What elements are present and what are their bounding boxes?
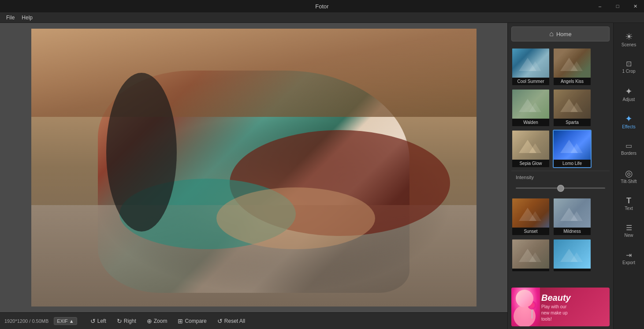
effect-angels-kiss-thumb bbox=[554, 49, 592, 78]
home-label: Home bbox=[556, 31, 572, 37]
new-label: New bbox=[624, 233, 633, 238]
minimize-button[interactable]: – bbox=[591, 0, 609, 12]
effects-row-1: Cool Summer Angels Kiss bbox=[511, 48, 610, 86]
canvas-container bbox=[0, 23, 507, 312]
rotate-left-label: Left bbox=[97, 318, 106, 324]
effect-cool-summer-thumb bbox=[512, 49, 550, 78]
effect-cool-summer[interactable]: Cool Summer bbox=[511, 48, 550, 86]
effect-mildness-label: Mildness bbox=[554, 228, 591, 235]
compare-button[interactable]: ⊞ Compare bbox=[173, 316, 211, 326]
adjust-icon: ✦ bbox=[625, 87, 633, 96]
effect-item8-label bbox=[512, 269, 549, 271]
effect-sunset-label: Sunset bbox=[512, 228, 549, 235]
compare-icon: ⊞ bbox=[178, 318, 183, 325]
reset-icon: ↺ bbox=[217, 318, 223, 325]
reset-label: Reset All bbox=[224, 318, 245, 324]
effect-walden-thumb bbox=[512, 90, 550, 119]
borders-label: Borders bbox=[621, 151, 637, 156]
zoom-button[interactable]: ⊕ Zoom bbox=[142, 316, 172, 326]
zoom-label: Zoom bbox=[154, 318, 168, 324]
effects-row-5 bbox=[511, 239, 610, 272]
intensity-label: Intensity bbox=[516, 175, 605, 180]
beauty-text: Beauty Play with ournew make uptools! bbox=[515, 292, 606, 322]
tool-new[interactable]: ☰ New bbox=[615, 218, 643, 244]
text-label: Text bbox=[625, 206, 633, 211]
scenes-label: Scenes bbox=[622, 42, 636, 47]
window-controls: – □ ✕ bbox=[591, 0, 644, 12]
titlebar: Fotor – □ ✕ bbox=[0, 0, 644, 12]
menu-file[interactable]: File bbox=[3, 12, 18, 23]
export-label: Export bbox=[622, 260, 635, 265]
beauty-subtitle: Play with ournew make uptools! bbox=[541, 304, 606, 322]
menu-help[interactable]: Help bbox=[18, 12, 36, 23]
rotate-right-icon: ↻ bbox=[117, 318, 122, 325]
effect-item9-label bbox=[554, 269, 591, 271]
effect-walden[interactable]: Walden bbox=[511, 89, 550, 127]
adjust-label: Adjust bbox=[623, 97, 635, 102]
menubar: File Help bbox=[0, 12, 644, 23]
rotate-right-label: Right bbox=[124, 318, 136, 324]
tool-effects[interactable]: ✦ Effects bbox=[615, 108, 643, 135]
effect-item8[interactable] bbox=[511, 239, 550, 272]
exif-button[interactable]: EXIF ▲ bbox=[54, 317, 77, 325]
effect-sepia-glow[interactable]: Sepia Glow bbox=[511, 130, 550, 168]
app-title: Fotor bbox=[315, 3, 328, 10]
effect-item9-thumb bbox=[554, 239, 592, 269]
zoom-icon: ⊕ bbox=[147, 318, 152, 325]
effect-mildness[interactable]: Mildness bbox=[553, 198, 592, 236]
photo-canvas bbox=[31, 29, 476, 307]
maximize-button[interactable]: □ bbox=[609, 0, 626, 12]
compare-label: Compare bbox=[185, 318, 206, 324]
effect-item9[interactable] bbox=[553, 239, 592, 272]
main-layout: 1920*1200 / 0.50MB EXIF ▲ ↺ Left ↻ Right… bbox=[0, 23, 644, 329]
crop-label: 1 Crop bbox=[622, 69, 635, 74]
tool-text[interactable]: T Text bbox=[615, 191, 643, 217]
scenes-icon: ☀ bbox=[625, 32, 633, 41]
effect-sepia-glow-thumb bbox=[512, 131, 550, 160]
photo-subject bbox=[98, 71, 409, 293]
effect-cool-summer-label: Cool Summer bbox=[512, 78, 549, 85]
effect-sparta-label: Sparta bbox=[554, 119, 591, 126]
effects-row-4: Sunset Mildness bbox=[511, 198, 610, 236]
tool-crop[interactable]: ⊡ 1 Crop bbox=[615, 54, 643, 80]
effect-sparta-thumb bbox=[554, 90, 592, 119]
effect-sunset-thumb bbox=[512, 198, 550, 228]
close-button[interactable]: ✕ bbox=[626, 0, 644, 12]
reset-all-button[interactable]: ↺ Reset All bbox=[213, 316, 249, 326]
text-icon: T bbox=[626, 197, 631, 205]
effect-lomo-life-thumb bbox=[554, 131, 592, 160]
effect-lomo-life[interactable]: Lomo Life bbox=[553, 130, 592, 168]
rotate-left-icon: ↺ bbox=[90, 318, 96, 325]
crop-icon: ⊡ bbox=[626, 60, 632, 67]
effect-sparta[interactable]: Sparta bbox=[553, 89, 592, 127]
effects-icon: ✦ bbox=[625, 114, 633, 123]
tool-scenes[interactable]: ☀ Scenes bbox=[615, 26, 643, 53]
canvas-area: 1920*1200 / 0.50MB EXIF ▲ ↺ Left ↻ Right… bbox=[0, 23, 507, 329]
beauty-banner[interactable]: Beauty Play with ournew make uptools! bbox=[511, 288, 610, 326]
intensity-slider[interactable] bbox=[516, 187, 605, 189]
rotate-left-button[interactable]: ↺ Left bbox=[86, 316, 111, 326]
tool-export[interactable]: ⇥ Export bbox=[615, 245, 643, 272]
effect-lomo-life-label: Lomo Life bbox=[554, 160, 591, 167]
export-icon: ⇥ bbox=[626, 252, 632, 259]
tool-borders[interactable]: ▭ Borders bbox=[615, 136, 643, 162]
effect-item8-thumb bbox=[512, 239, 550, 269]
effects-row-3: Sepia Glow Lomo Life bbox=[511, 130, 610, 168]
home-button[interactable]: ⌂ Home bbox=[511, 26, 610, 41]
tilt-shift-label: Tilt-Shift bbox=[621, 179, 637, 184]
effect-angels-kiss[interactable]: Angels Kiss bbox=[553, 48, 592, 86]
effects-label: Effects bbox=[622, 124, 635, 129]
effects-row-2: Walden Sparta bbox=[511, 89, 610, 127]
intensity-area: Intensity bbox=[511, 171, 610, 194]
tool-adjust[interactable]: ✦ Adjust bbox=[615, 81, 643, 108]
rotate-right-button[interactable]: ↻ Right bbox=[112, 316, 141, 326]
home-icon: ⌂ bbox=[549, 30, 554, 38]
borders-icon: ▭ bbox=[625, 142, 632, 150]
effect-walden-label: Walden bbox=[512, 119, 549, 126]
effects-grid: Cool Summer Angels Kiss Walden S bbox=[508, 45, 613, 285]
new-icon: ☰ bbox=[626, 224, 632, 232]
tool-tilt-shift[interactable]: ◎ Tilt-Shift bbox=[615, 163, 643, 190]
effect-sunset[interactable]: Sunset bbox=[511, 198, 550, 236]
effect-angels-kiss-label: Angels Kiss bbox=[554, 78, 591, 85]
bottom-toolbar: 1920*1200 / 0.50MB EXIF ▲ ↺ Left ↻ Right… bbox=[0, 312, 507, 329]
